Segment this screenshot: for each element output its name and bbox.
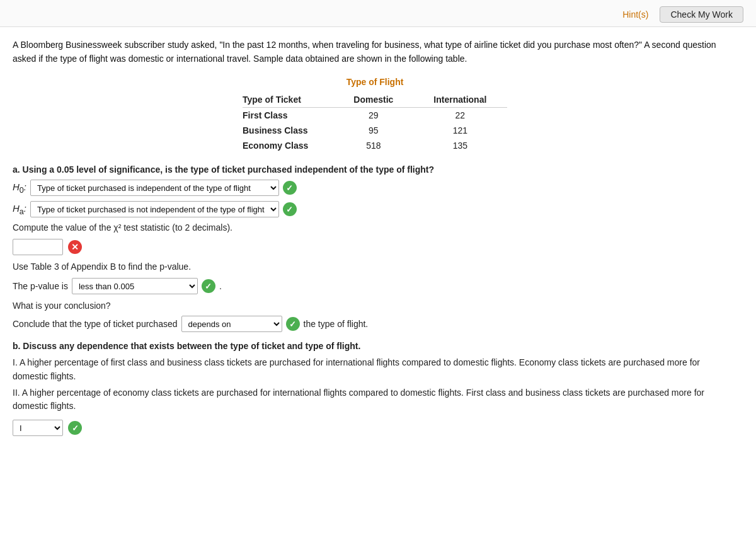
domestic-cell: 95 bbox=[334, 123, 413, 138]
international-cell: 121 bbox=[413, 123, 507, 138]
international-header: International bbox=[413, 92, 507, 108]
part-a-section: a. Using a 0.05 level of significance, i… bbox=[13, 164, 737, 332]
page: Hint(s) Check My Work A Bloomberg Busine… bbox=[0, 0, 756, 535]
conclusion-row: Conclude that the type of ticket purchas… bbox=[13, 316, 737, 332]
pvalue-check-icon: ✓ bbox=[202, 279, 215, 293]
data-table-section: Type of Flight Type of Ticket Domestic I… bbox=[13, 77, 737, 153]
compute-label: Compute the value of the χ² test statist… bbox=[13, 222, 737, 233]
ticket-cell: Business Class bbox=[243, 123, 334, 138]
conclude-prefix-text: Conclude that the type of ticket purchas… bbox=[13, 319, 178, 329]
part-b-question-text: Discuss any dependence that exists betwe… bbox=[23, 341, 360, 351]
roman-1-content: A higher percentage of first class and b… bbox=[13, 357, 700, 381]
international-cell: 22 bbox=[413, 108, 507, 124]
part-a-label: a. bbox=[13, 164, 20, 175]
roman-2-text: II. A higher percentage of economy class… bbox=[13, 386, 737, 413]
compute-row: ✕ bbox=[13, 239, 737, 255]
conclude-check-icon: ✓ bbox=[286, 317, 300, 331]
domestic-cell: 518 bbox=[334, 138, 413, 153]
table-row: Business Class 95 121 bbox=[243, 123, 507, 138]
top-bar-links: Hint(s) Check My Work bbox=[622, 6, 743, 23]
h0-row: H0: Type of ticket purchased is independ… bbox=[13, 180, 737, 196]
ha-label: Ha: bbox=[13, 203, 26, 216]
ticket-header: Type of Ticket bbox=[243, 92, 334, 108]
ha-check-icon: ✓ bbox=[283, 202, 297, 216]
pvalue-dropdown[interactable]: less than 0.005 between 0.005 and 0.01 b… bbox=[72, 278, 198, 294]
ha-dropdown[interactable]: Type of ticket purchased is not independ… bbox=[30, 201, 279, 217]
intro-paragraph: A Bloomberg Businessweek subscriber stud… bbox=[13, 38, 737, 66]
part-b-section: b. Discuss any dependence that exists be… bbox=[13, 341, 737, 436]
chi-squared-input[interactable] bbox=[13, 239, 63, 255]
part-b-label: b. bbox=[13, 341, 20, 351]
roman-1-text: I. A higher percentage of first class an… bbox=[13, 356, 737, 383]
pvalue-row: The p-value is less than 0.005 between 0… bbox=[13, 278, 737, 294]
domestic-header: Domestic bbox=[334, 92, 413, 108]
main-content: A Bloomberg Businessweek subscriber stud… bbox=[0, 27, 756, 449]
roman-2-label: II. bbox=[13, 388, 20, 398]
pvalue-suffix-text: . bbox=[219, 281, 222, 291]
final-answer-dropdown[interactable]: I II bbox=[13, 420, 63, 436]
international-cell: 135 bbox=[413, 138, 507, 153]
part-a-question-text: Using a 0.05 level of significance, is t… bbox=[23, 164, 434, 175]
appendix-label: Use Table 3 of Appendix B to find the p-… bbox=[13, 262, 737, 272]
conclusion-label: What is your conclusion? bbox=[13, 301, 737, 311]
part-a-question: a. Using a 0.05 level of significance, i… bbox=[13, 164, 737, 175]
hint-link[interactable]: Hint(s) bbox=[622, 9, 648, 20]
conclude-dropdown[interactable]: depends on does not depend on bbox=[181, 316, 282, 332]
pvalue-prefix-text: The p-value is bbox=[13, 281, 68, 291]
table-row: Economy Class 518 135 bbox=[243, 138, 507, 153]
ticket-cell: Economy Class bbox=[243, 138, 334, 153]
error-icon: ✕ bbox=[68, 240, 82, 254]
h0-dropdown[interactable]: Type of ticket purchased is independent … bbox=[30, 180, 279, 196]
final-check-icon: ✓ bbox=[68, 421, 82, 435]
check-my-work-button[interactable]: Check My Work bbox=[660, 6, 743, 23]
ha-row: Ha: Type of ticket purchased is not inde… bbox=[13, 201, 737, 217]
table-title: Type of Flight bbox=[13, 77, 737, 87]
top-bar: Hint(s) Check My Work bbox=[0, 0, 756, 27]
roman-2-content: A higher percentage of economy class tic… bbox=[13, 388, 704, 411]
part-b-question: b. Discuss any dependence that exists be… bbox=[13, 341, 737, 351]
h0-label: H0: bbox=[13, 181, 26, 195]
table-row: First Class 29 22 bbox=[243, 108, 507, 124]
data-table: Type of Ticket Domestic International Fi… bbox=[243, 92, 507, 153]
roman-1-label: I. bbox=[13, 357, 18, 367]
ticket-cell: First Class bbox=[243, 108, 334, 124]
h0-check-icon: ✓ bbox=[283, 181, 297, 195]
final-answer-row: I II ✓ bbox=[13, 420, 737, 436]
conclude-suffix-text: the type of flight. bbox=[304, 319, 369, 329]
domestic-cell: 29 bbox=[334, 108, 413, 124]
